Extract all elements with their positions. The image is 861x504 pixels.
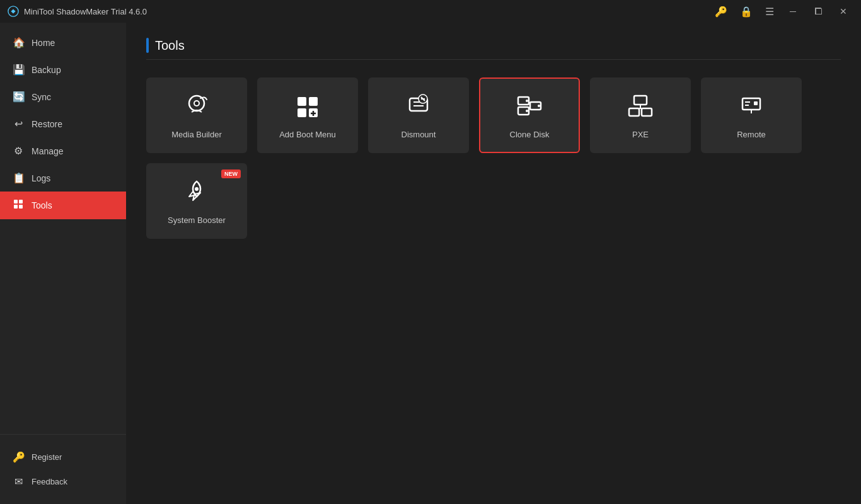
remote-icon [737,92,765,123]
page-title: Tools [155,38,185,53]
dismount-label: Dismount [402,130,436,139]
svg-rect-1 [14,200,18,203]
add-boot-menu-icon [294,92,321,123]
sidebar-label-feedback: Feedback [32,477,67,486]
titlebar-controls: 🔑 🔒 ☰ ─ ⧠ ✕ [711,3,853,20]
app-logo-icon [8,6,19,17]
svg-rect-27 [629,108,639,116]
main-layout: 🏠 Home 💾 Backup 🔄 Sync ↩ Restore ⚙ Manag… [0,23,861,504]
content-area: Tools Media Builder [126,23,861,504]
backup-icon: 💾 [13,64,24,76]
remote-label: Remote [737,130,766,139]
system-booster-icon [183,178,211,209]
sidebar-item-restore[interactable]: ↩ Restore [0,110,126,137]
tool-card-add-boot-menu[interactable]: Add Boot Menu [257,77,358,153]
sidebar-bottom: 🔑 Register ✉ Feedback [0,434,126,504]
sidebar-item-tools[interactable]: Tools [0,192,126,219]
sidebar-label-backup: Backup [32,65,61,75]
pxe-label: PXE [632,130,649,139]
svg-rect-34 [754,101,758,105]
sidebar-item-backup[interactable]: 💾 Backup [0,56,126,83]
sidebar-label-home: Home [32,38,55,48]
logs-icon: 📋 [13,172,24,184]
manage-icon: ⚙ [13,145,24,157]
sidebar-item-home[interactable]: 🏠 Home [0,29,126,56]
svg-rect-8 [298,97,306,106]
system-booster-label: System Booster [168,215,226,225]
svg-rect-26 [634,96,647,105]
app-title: MiniTool ShadowMaker Trial 4.6.0 [24,7,147,16]
svg-rect-4 [19,205,23,209]
media-builder-label: Media Builder [171,130,222,139]
sidebar-item-manage[interactable]: ⚙ Manage [0,137,126,164]
home-icon: 🏠 [13,37,24,49]
sidebar-item-logs[interactable]: 📋 Logs [0,164,126,192]
close-button[interactable]: ✕ [833,3,853,20]
svg-point-36 [195,187,199,191]
lock-icon[interactable]: 🔒 [736,4,756,19]
tool-card-clone-disk[interactable]: Clone Disk [479,77,580,153]
sidebar-item-feedback[interactable]: ✉ Feedback [0,469,126,494]
sidebar-nav: 🏠 Home 💾 Backup 🔄 Sync ↩ Restore ⚙ Manag… [0,23,126,434]
register-key-icon: 🔑 [13,451,24,463]
restore-icon: ↩ [13,118,24,130]
titlebar: MiniTool ShadowMaker Trial 4.6.0 🔑 🔒 ☰ ─… [0,0,861,23]
svg-rect-2 [19,200,23,203]
clone-disk-label: Clone Disk [510,130,550,139]
sidebar-label-manage: Manage [32,146,64,156]
tool-card-system-booster[interactable]: NEW System Booster [146,163,247,239]
minimize-button[interactable]: ─ [783,3,803,20]
sidebar: 🏠 Home 💾 Backup 🔄 Sync ↩ Restore ⚙ Manag… [0,23,126,504]
sidebar-item-sync[interactable]: 🔄 Sync [0,83,126,110]
svg-rect-9 [309,97,318,106]
key-icon[interactable]: 🔑 [711,4,731,19]
sidebar-label-sync: Sync [32,92,51,102]
tool-card-dismount[interactable]: Dismount [368,77,469,153]
svg-point-23 [526,100,528,102]
menu-icon[interactable]: ☰ [761,4,778,19]
tools-icon [13,199,24,212]
title-accent [146,38,149,53]
new-badge: NEW [221,169,241,178]
restore-button[interactable]: ⧠ [808,3,828,20]
sidebar-item-register[interactable]: 🔑 Register [0,445,126,469]
tool-card-pxe[interactable]: PXE [590,77,691,153]
svg-point-25 [538,105,540,107]
svg-rect-10 [298,108,306,117]
pxe-icon [627,92,654,123]
sidebar-label-logs: Logs [32,173,50,183]
sidebar-label-tools: Tools [32,200,52,210]
sidebar-label-register: Register [32,452,62,462]
tool-card-remote[interactable]: Remote [701,77,802,153]
media-builder-icon [183,92,211,123]
sync-icon: 🔄 [13,91,24,103]
tool-card-media-builder[interactable]: Media Builder [146,77,247,153]
add-boot-menu-label: Add Boot Menu [279,130,336,139]
feedback-mail-icon: ✉ [13,476,24,488]
titlebar-left: MiniTool ShadowMaker Trial 4.6.0 [8,6,147,17]
clone-disk-icon [516,92,543,123]
tools-grid: Media Builder Add Boot Menu [146,77,841,239]
svg-point-24 [526,110,528,112]
svg-rect-28 [642,108,652,116]
dismount-icon [405,92,432,123]
svg-point-7 [195,101,199,105]
page-title-bar: Tools [146,38,841,60]
svg-rect-3 [14,205,18,209]
sidebar-label-restore: Restore [32,119,62,129]
